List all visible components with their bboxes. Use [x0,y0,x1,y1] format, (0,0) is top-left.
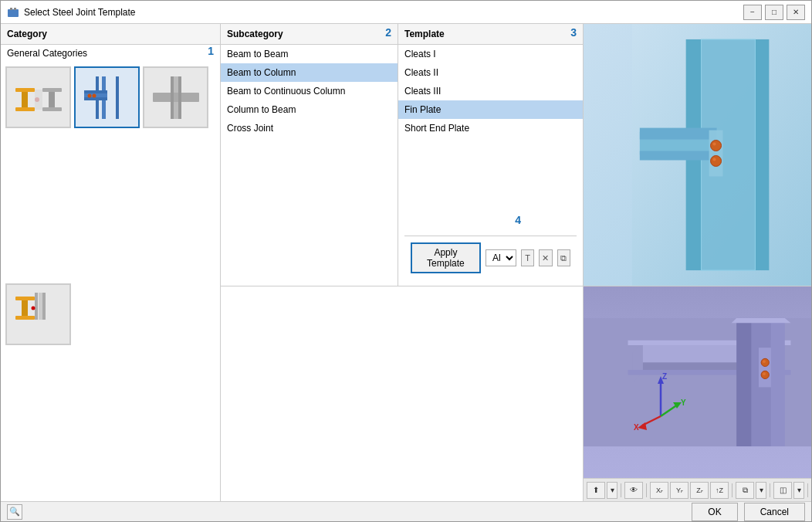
toolbar-sep-4 [770,483,770,497]
category-thumb-4[interactable] [5,283,71,345]
view-btn-1[interactable]: ⬆ [587,482,605,499]
svg-rect-27 [35,293,38,320]
svg-point-40 [711,155,722,166]
svg-rect-38 [709,130,723,177]
main-window: Select Steel Joint Template − □ ✕ Catego… [0,0,812,522]
svg-text:Z: Z [662,372,667,381]
svg-rect-21 [171,76,174,119]
title-bar: Select Steel Joint Template − □ ✕ [1,1,811,24]
svg-point-17 [92,93,96,97]
view-btn-11[interactable]: ▾ [793,482,804,499]
subcategory-item-2[interactable]: Beam to Continuous Column [221,82,398,100]
search-icon[interactable]: 🔍 [7,504,22,520]
template-item-0[interactable]: Cleats I [398,45,583,63]
status-bar: 🔍 OK Cancel [1,501,811,521]
template-header: Template 3 [398,24,583,45]
step-2-badge: 2 [385,26,391,39]
preview-top-panel: ⚙ [584,24,811,286]
category-thumb-2[interactable] [74,66,140,128]
category-thumb-3[interactable] [143,66,208,128]
view-btn-4[interactable]: Xᵣ [650,482,668,499]
category-panel: Category General Categories 1 [1,24,221,501]
filter-dropdown[interactable]: All [486,249,516,266]
toolbar-sep-5 [807,483,808,497]
step-4-badge: 4 [515,214,521,226]
view-btn-8[interactable]: ⧉ [736,482,754,499]
svg-point-42 [713,158,716,161]
svg-rect-53 [759,347,771,387]
text-format-icon[interactable]: T [521,249,534,266]
svg-marker-65 [638,422,647,430]
template-item-1[interactable]: Cleats II [398,63,583,82]
category-header: Category [1,24,220,45]
svg-rect-33 [755,39,769,270]
view-btn-6[interactable]: Zᵣ [690,482,709,499]
subcategory-panel: Subcategory 2 Beam to Beam Beam to Colum… [221,24,398,286]
view-btn-3[interactable]: 👁 [624,482,643,499]
copy-icon[interactable]: ⧉ [557,249,570,266]
svg-rect-24 [22,300,28,316]
top-row: Subcategory 2 Beam to Beam Beam to Colum… [221,24,811,286]
minimize-button[interactable]: − [743,5,762,20]
window-icon [7,6,19,19]
template-item-3[interactable]: Fin Plate [398,100,583,119]
svg-rect-16 [84,97,107,100]
svg-rect-2 [14,8,16,10]
view-btn-10[interactable]: ◫ [773,482,792,499]
ok-cancel-area: OK Cancel [692,503,805,521]
bottom-row: Z Y X [221,286,811,501]
view-btn-9[interactable]: ▾ [756,482,766,499]
view-btn-7[interactable]: ↑Z [710,482,729,499]
svg-rect-36 [640,128,717,140]
view-btn-2[interactable]: ▾ [607,482,617,499]
svg-rect-5 [15,107,35,111]
svg-rect-26 [39,293,42,320]
window-controls: − □ ✕ [743,5,805,20]
maximize-button[interactable]: □ [765,5,783,20]
svg-point-39 [711,141,722,151]
clear-icon[interactable]: ✕ [539,249,552,266]
svg-rect-6 [42,88,62,92]
toolbar-sep-2 [646,483,647,497]
apply-area: 4 Apply Template All T ✕ ⧉ [398,229,583,286]
view3d-panel: Z Y X [584,286,811,501]
template-list: Cleats I Cleats II Cleats III Fin Plate … [398,45,583,229]
subcategory-item-0[interactable]: Beam to Beam [221,45,398,63]
view-btn-5[interactable]: Yᵣ [670,482,689,499]
svg-rect-25 [15,316,35,320]
subcategory-header: Subcategory 2 [221,24,398,45]
ok-button[interactable]: OK [692,503,737,521]
svg-rect-1 [10,8,12,10]
subcategory-item-3[interactable]: Column to Beam [221,100,398,119]
svg-marker-52 [732,318,791,323]
svg-point-57 [763,372,766,375]
svg-rect-10 [35,90,42,110]
category-thumb-1[interactable] [5,66,71,128]
svg-rect-7 [49,92,55,107]
main-content: Category General Categories 1 [1,24,811,501]
svg-rect-20 [153,93,199,102]
category-label: General Categories 1 [1,45,220,62]
template-item-4[interactable]: Short End Plate [398,119,583,137]
svg-text:Y: Y [681,398,686,407]
template-panel: Template 3 Cleats I Cleats II Cleats III… [398,24,584,286]
subcategory-list: Beam to Beam Beam to Column Beam to Cont… [221,45,398,137]
svg-text:X: X [634,423,639,432]
cancel-button[interactable]: Cancel [744,503,805,521]
svg-point-41 [713,143,716,146]
window-title: Select Steel Joint Template [24,7,739,18]
subcategory-item-4[interactable]: Cross Joint [221,119,398,137]
toolbar-sep-1 [621,483,621,497]
svg-line-61 [661,405,678,416]
view3d-svg [584,286,811,478]
apply-btn-area: Apply Template All T ✕ ⧉ [404,236,577,280]
svg-rect-13 [116,76,119,119]
view3d-content: Z Y X [584,286,811,478]
svg-rect-8 [42,107,62,111]
subcategory-item-1[interactable]: Beam to Column [221,63,398,82]
close-button[interactable]: ✕ [787,5,805,20]
apply-template-button[interactable]: Apply Template [411,242,481,273]
step-3-badge: 3 [570,26,577,39]
template-item-2[interactable]: Cleats III [398,82,583,100]
svg-rect-4 [22,92,28,107]
